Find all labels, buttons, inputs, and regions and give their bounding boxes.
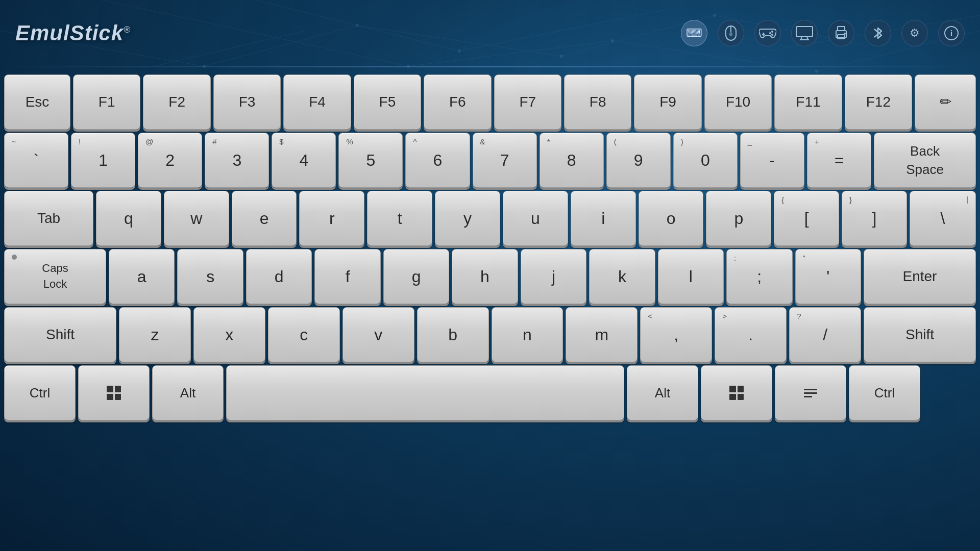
bottom-row: Ctrl Alt Alt Ctrl — [2, 365, 978, 420]
key-alt-right[interactable]: Alt — [627, 365, 698, 420]
key-tab[interactable]: Tab — [4, 191, 93, 246]
svg-text:i: i — [950, 29, 952, 38]
key-backtick[interactable]: ~ ` — [4, 133, 68, 188]
key-f1[interactable]: F1 — [73, 74, 140, 130]
key-b[interactable]: b — [417, 307, 489, 362]
svg-point-23 — [729, 32, 732, 36]
svg-point-26 — [769, 32, 771, 34]
key-o[interactable]: o — [639, 191, 704, 246]
key-4[interactable]: $ 4 — [272, 133, 336, 188]
key-quote[interactable]: " ' — [795, 249, 861, 304]
key-u[interactable]: u — [503, 191, 568, 246]
printer-nav-icon[interactable] — [828, 20, 854, 46]
windows-icon — [107, 386, 121, 400]
key-space[interactable] — [226, 365, 624, 420]
logo-text: EmulStick — [15, 21, 124, 45]
key-6[interactable]: ^ 6 — [405, 133, 470, 188]
key-alt-left[interactable]: Alt — [152, 365, 224, 420]
key-k[interactable]: k — [589, 249, 655, 304]
key-9[interactable]: ( 9 — [606, 133, 671, 188]
key-l[interactable]: l — [658, 249, 724, 304]
key-8[interactable]: * 8 — [540, 133, 604, 188]
key-1[interactable]: ! 1 — [71, 133, 135, 188]
key-eraser[interactable]: ✏ — [915, 74, 976, 130]
key-i[interactable]: i — [571, 191, 636, 246]
key-caps-lock[interactable]: CapsLock — [4, 249, 106, 304]
key-f12[interactable]: F12 — [845, 74, 912, 130]
key-f9[interactable]: F9 — [634, 74, 701, 130]
nav-icons: ⌨ — [681, 20, 965, 46]
caps-indicator — [12, 255, 17, 260]
key-ctrl-right[interactable]: Ctrl — [849, 365, 920, 420]
key-menu[interactable] — [775, 365, 846, 420]
logo-reg: ® — [124, 24, 131, 35]
key-enter[interactable]: Enter — [864, 249, 976, 304]
svg-point-28 — [771, 31, 773, 33]
key-lbracket[interactable]: { [ — [774, 191, 839, 246]
keyboard-nav-icon[interactable]: ⌨ — [681, 20, 707, 46]
key-f7[interactable]: F7 — [494, 74, 561, 130]
key-shift-left[interactable]: Shift — [4, 307, 116, 362]
key-esc[interactable]: Esc — [4, 74, 70, 130]
key-backspace[interactable]: BackSpace — [874, 133, 976, 188]
key-s[interactable]: s — [177, 249, 243, 304]
key-t[interactable]: t — [367, 191, 432, 246]
key-win-left[interactable] — [78, 365, 150, 420]
key-z[interactable]: z — [119, 307, 191, 362]
key-f4[interactable]: F4 — [283, 74, 351, 130]
qwerty-row: Tab q w e r t y u i o p { [ } ] | \ — [2, 191, 978, 246]
bluetooth-nav-icon[interactable] — [865, 20, 891, 46]
monitor-nav-icon[interactable] — [791, 20, 818, 46]
app-logo: EmulStick® — [15, 21, 131, 45]
svg-rect-29 — [796, 27, 813, 37]
windows-icon-right — [729, 386, 744, 400]
key-w[interactable]: w — [164, 191, 229, 246]
key-n[interactable]: n — [492, 307, 564, 362]
menu-icon — [804, 389, 817, 397]
key-r[interactable]: r — [299, 191, 364, 246]
key-f11[interactable]: F11 — [774, 74, 842, 130]
key-g[interactable]: g — [383, 249, 449, 304]
key-f2[interactable]: F2 — [143, 74, 210, 130]
key-f3[interactable]: F3 — [213, 74, 281, 130]
key-a[interactable]: a — [109, 249, 175, 304]
key-equals[interactable]: + = — [807, 133, 871, 188]
key-c[interactable]: c — [268, 307, 340, 362]
key-shift-right[interactable]: Shift — [864, 307, 976, 362]
key-2[interactable]: @ 2 — [138, 133, 202, 188]
key-h[interactable]: h — [452, 249, 518, 304]
key-q[interactable]: q — [96, 191, 161, 246]
key-5[interactable]: % 5 — [338, 133, 403, 188]
key-m[interactable]: m — [566, 307, 638, 362]
key-3[interactable]: # 3 — [205, 133, 269, 188]
key-p[interactable]: p — [706, 191, 771, 246]
key-0[interactable]: ) 0 — [673, 133, 738, 188]
key-y[interactable]: y — [435, 191, 500, 246]
key-v[interactable]: v — [342, 307, 414, 362]
key-backslash[interactable]: | \ — [910, 191, 976, 246]
settings-nav-icon[interactable]: ⚙ — [901, 20, 928, 46]
key-rbracket[interactable]: } ] — [842, 191, 907, 246]
key-period[interactable]: > . — [715, 307, 787, 362]
fn-row: Esc F1 F2 F3 F4 F5 F6 F7 F8 F9 F10 F11 F… — [2, 74, 978, 130]
key-semicolon[interactable]: : ; — [726, 249, 792, 304]
key-slash[interactable]: ? / — [789, 307, 861, 362]
key-7[interactable]: & 7 — [473, 133, 537, 188]
key-ctrl-left[interactable]: Ctrl — [4, 365, 76, 420]
mouse-nav-icon[interactable] — [718, 20, 744, 46]
svg-rect-35 — [838, 27, 845, 31]
key-minus[interactable]: _ - — [740, 133, 804, 188]
key-e[interactable]: e — [232, 191, 297, 246]
key-win-right[interactable] — [701, 365, 772, 420]
key-f10[interactable]: F10 — [704, 74, 772, 130]
key-j[interactable]: j — [521, 249, 586, 304]
info-nav-icon[interactable]: i — [938, 20, 965, 46]
key-d[interactable]: d — [246, 249, 312, 304]
key-f8[interactable]: F8 — [564, 74, 631, 130]
key-f6[interactable]: F6 — [424, 74, 491, 130]
key-f5[interactable]: F5 — [354, 74, 421, 130]
key-x[interactable]: x — [193, 307, 265, 362]
key-f[interactable]: f — [314, 249, 380, 304]
key-comma[interactable]: < , — [640, 307, 712, 362]
gamepad-nav-icon[interactable] — [754, 20, 781, 46]
